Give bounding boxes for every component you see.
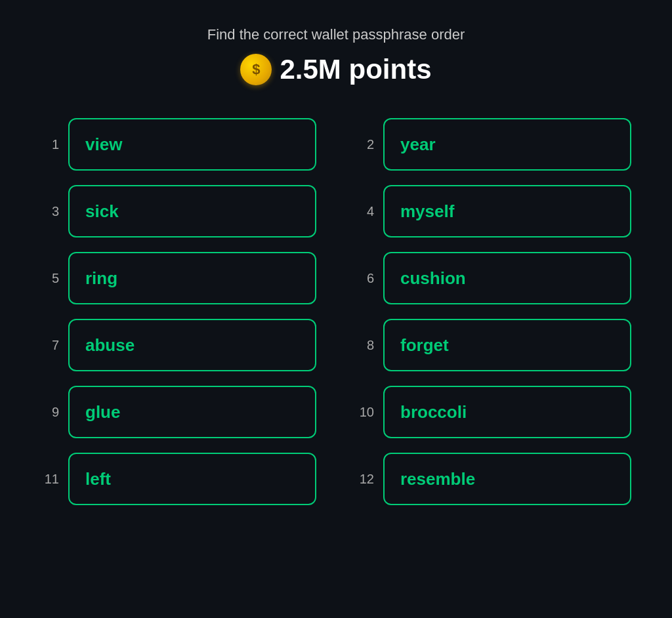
- word-item: 3sick: [41, 185, 316, 237]
- word-box-9[interactable]: glue: [68, 386, 316, 438]
- word-item: 8forget: [356, 319, 631, 371]
- word-item: 9glue: [41, 386, 316, 438]
- word-grid: 1view2year3sick4myself5ring6cushion7abus…: [41, 118, 631, 505]
- word-box-10[interactable]: broccoli: [383, 386, 631, 438]
- word-number: 7: [41, 338, 59, 353]
- word-item: 11left: [41, 453, 316, 505]
- word-box-3[interactable]: sick: [68, 185, 316, 237]
- word-box-1[interactable]: view: [68, 118, 316, 171]
- word-item: 12resemble: [356, 453, 631, 505]
- word-number: 5: [41, 271, 59, 286]
- word-number: 4: [356, 204, 374, 219]
- word-number: 6: [356, 271, 374, 286]
- word-box-12[interactable]: resemble: [383, 453, 631, 505]
- word-item: 6cushion: [356, 252, 631, 304]
- word-number: 11: [41, 472, 59, 487]
- word-number: 3: [41, 204, 59, 219]
- word-item: 2year: [356, 118, 631, 171]
- word-number: 12: [356, 472, 374, 487]
- word-box-8[interactable]: forget: [383, 319, 631, 371]
- word-item: 10broccoli: [356, 386, 631, 438]
- word-number: 10: [356, 405, 374, 420]
- coin-icon: $: [240, 54, 272, 85]
- word-box-5[interactable]: ring: [68, 252, 316, 304]
- word-box-11[interactable]: left: [68, 453, 316, 505]
- word-box-2[interactable]: year: [383, 118, 631, 171]
- word-box-7[interactable]: abuse: [68, 319, 316, 371]
- word-box-6[interactable]: cushion: [383, 252, 631, 304]
- points-display: 2.5M points: [280, 54, 431, 85]
- word-item: 7abuse: [41, 319, 316, 371]
- word-item: 4myself: [356, 185, 631, 237]
- points-row: $ 2.5M points: [240, 54, 431, 85]
- word-number: 1: [41, 137, 59, 152]
- word-number: 9: [41, 405, 59, 420]
- word-item: 5ring: [41, 252, 316, 304]
- word-number: 2: [356, 137, 374, 152]
- word-item: 1view: [41, 118, 316, 171]
- word-box-4[interactable]: myself: [383, 185, 631, 237]
- page-title: Find the correct wallet passphrase order: [207, 26, 465, 43]
- word-number: 8: [356, 338, 374, 353]
